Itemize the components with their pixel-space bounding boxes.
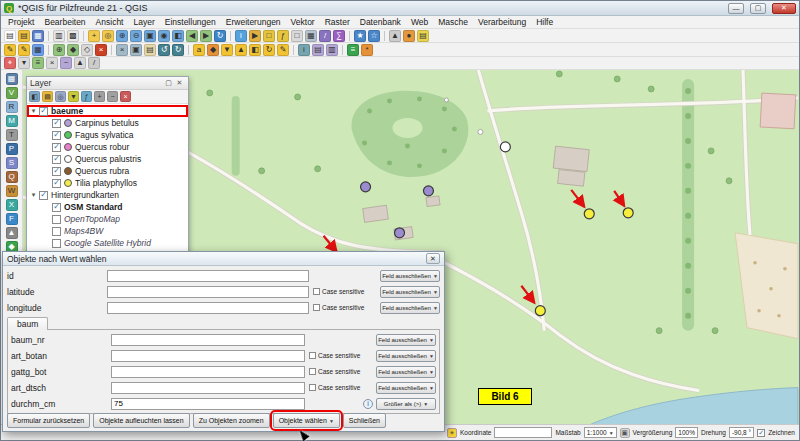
layer-diagrams-icon[interactable]: ◆ [207, 44, 219, 56]
tab-baum[interactable]: baum [7, 317, 48, 330]
layer-checkbox[interactable] [52, 227, 61, 236]
enable-tracing-icon[interactable]: / [88, 57, 100, 69]
undo-icon[interactable]: ↺ [158, 44, 170, 56]
add-group-icon[interactable]: ▤ [42, 91, 53, 102]
case-checkbox[interactable] [309, 384, 316, 391]
exclude-field-button[interactable]: Feld ausschließen▼ [376, 350, 436, 362]
layers-panel-header[interactable]: Layer ▢ ✕ [27, 77, 188, 90]
change-label-icon[interactable]: ✎ [277, 44, 289, 56]
field-input-id[interactable] [107, 270, 309, 282]
info-icon[interactable]: i [363, 399, 373, 409]
layer-item-hintergrundkarten[interactable]: ▾✓Hintergrundkarten [27, 189, 188, 201]
add-mesh-layer-icon[interactable]: M [6, 115, 18, 127]
select-by-expression-icon[interactable]: ƒ [277, 30, 289, 42]
layer-checkbox[interactable] [52, 215, 61, 224]
add-feature-icon[interactable]: ⊕ [53, 44, 65, 56]
titlebar[interactable]: Q *QGIS für Pilzfreunde 21 - QGIS — ▢ ✕ [1, 1, 799, 16]
collapse-all-icon[interactable]: − [107, 91, 118, 102]
field-input-art-dtsch[interactable] [111, 382, 305, 394]
field-input-latitude[interactable] [107, 286, 309, 298]
paste-features-icon[interactable]: ▤ [144, 44, 156, 56]
map-tips-icon[interactable]: i [298, 44, 310, 56]
refresh-map-icon[interactable]: ↻ [214, 30, 226, 42]
layer-checkbox[interactable]: ✓ [52, 167, 61, 176]
delete-selected-icon[interactable]: × [95, 44, 107, 56]
menu-web[interactable]: Web [406, 16, 433, 29]
menu-einstellungen[interactable]: Einstellungen [160, 16, 221, 29]
crs-button[interactable]: EPSG:25832 [798, 429, 799, 436]
tree-feature-marker[interactable] [623, 208, 633, 218]
zoom-last-icon[interactable]: ◀ [186, 30, 198, 42]
menu-masche[interactable]: Masche [433, 16, 473, 29]
rotate-label-icon[interactable]: ↻ [263, 44, 275, 56]
select-features-button[interactable]: Objekte wählen▼ [273, 413, 340, 428]
zoom-full-icon[interactable]: ▣ [144, 30, 156, 42]
tree-feature-marker[interactable] [500, 142, 510, 152]
layer-item-maps4bw[interactable]: Maps4BW [27, 225, 188, 237]
tree-feature-marker[interactable] [395, 228, 405, 238]
layer-checkbox[interactable]: ✓ [52, 203, 61, 212]
close-button[interactable]: ✕ [772, 3, 796, 14]
filter-legend-icon[interactable]: ▼ [68, 91, 79, 102]
menu-projekt[interactable]: Projekt [3, 16, 39, 29]
new-bookmark-icon[interactable]: ★ [354, 30, 366, 42]
measure-line-icon[interactable]: / [319, 30, 331, 42]
layer-item-quercus-palustris[interactable]: ✓Quercus palustris [27, 153, 188, 165]
expander-icon[interactable]: ▾ [29, 107, 38, 115]
exclude-field-button[interactable]: Feld ausschließen▼ [380, 270, 440, 282]
layer-checkbox[interactable] [52, 239, 61, 248]
layer-item-carpinus-betulus[interactable]: ✓Carpinus betulus [27, 117, 188, 129]
zoom-in-icon[interactable]: ⊕ [116, 30, 128, 42]
advanced-digitizing-icon[interactable]: ▲ [74, 57, 86, 69]
exclude-field-button[interactable]: Feld ausschließen▼ [380, 302, 440, 314]
cut-features-icon[interactable]: × [116, 44, 128, 56]
zoom-out-icon[interactable]: ⊖ [130, 30, 142, 42]
case-checkbox[interactable] [309, 368, 316, 375]
add-postgis-layer-icon[interactable]: P [6, 143, 18, 155]
open-attribute-table-icon[interactable]: ▦ [305, 30, 317, 42]
data-source-manager-icon[interactable]: ▦ [6, 73, 18, 85]
field-input-art-botan[interactable] [111, 350, 305, 362]
layer-item-quercus-robur[interactable]: ✓Quercus robur [27, 141, 188, 153]
tree-feature-marker[interactable] [423, 186, 433, 196]
layer-checkbox[interactable]: ✓ [52, 179, 61, 188]
add-vector-layer-icon[interactable]: V [6, 87, 18, 99]
add-point-cloud-icon[interactable]: ▲ [6, 227, 18, 239]
case-checkbox[interactable] [313, 288, 320, 295]
zoom-to-features-button[interactable]: Zu Objekten zoomen [193, 413, 270, 428]
layer-checkbox[interactable]: ✓ [52, 119, 61, 128]
zoom-to-layer-icon[interactable]: ◧ [172, 30, 184, 42]
filter-by-expression-icon[interactable]: ƒ [81, 91, 92, 102]
render-checkbox[interactable]: ✓ [757, 429, 765, 437]
operator-dropdown[interactable]: Größer als (>)▼ [376, 398, 436, 410]
current-edits-icon[interactable]: ✎ [4, 44, 16, 56]
remove-layer-icon[interactable]: × [120, 91, 131, 102]
layer-item-baeume[interactable]: ▾✓baeume [27, 105, 188, 117]
close-dialog-button[interactable]: Schließen [343, 413, 386, 428]
layer-item-osm-standard[interactable]: ✓OSM Standard [27, 201, 188, 213]
exclude-field-button[interactable]: Feld ausschließen▼ [380, 286, 440, 298]
topological-editing-icon[interactable]: ≡ [32, 57, 44, 69]
save-project-icon[interactable]: ▦ [32, 30, 44, 42]
vertex-tool-icon[interactable]: ◇ [81, 44, 93, 56]
field-input-durchm-cm[interactable] [111, 398, 305, 410]
tree-feature-marker[interactable] [361, 182, 371, 192]
form-annotation-icon[interactable]: ▥ [326, 44, 338, 56]
menu-erweiterungen[interactable]: Erweiterungen [221, 16, 286, 29]
lock-scale-icon[interactable]: ▣ [620, 428, 630, 438]
dialog-close-icon[interactable]: ✕ [426, 253, 440, 264]
layer-labeling-icon[interactable]: a [193, 44, 205, 56]
layer-item-tilia-platyphyllos[interactable]: ✓Tilia platyphyllos [27, 177, 188, 189]
field-input-longitude[interactable] [107, 302, 309, 314]
menu-layer[interactable]: Layer [128, 16, 159, 29]
layer-checkbox[interactable]: ✓ [52, 143, 61, 152]
layer-checkbox[interactable]: ✓ [39, 191, 48, 200]
field-input-baum-nr[interactable] [111, 334, 305, 346]
layer-item-fagus-sylvatica[interactable]: ✓Fagus sylvatica [27, 129, 188, 141]
coordinate-locator-icon[interactable]: ⌖ [447, 428, 457, 438]
identify-features-icon[interactable]: i [235, 30, 247, 42]
coordinate-input[interactable] [494, 427, 552, 438]
scale-combobox[interactable]: 1:1000▼ [584, 427, 617, 438]
menu-datenbank[interactable]: Datenbank [355, 16, 406, 29]
open-layer-styling-icon[interactable]: ◧ [29, 91, 40, 102]
